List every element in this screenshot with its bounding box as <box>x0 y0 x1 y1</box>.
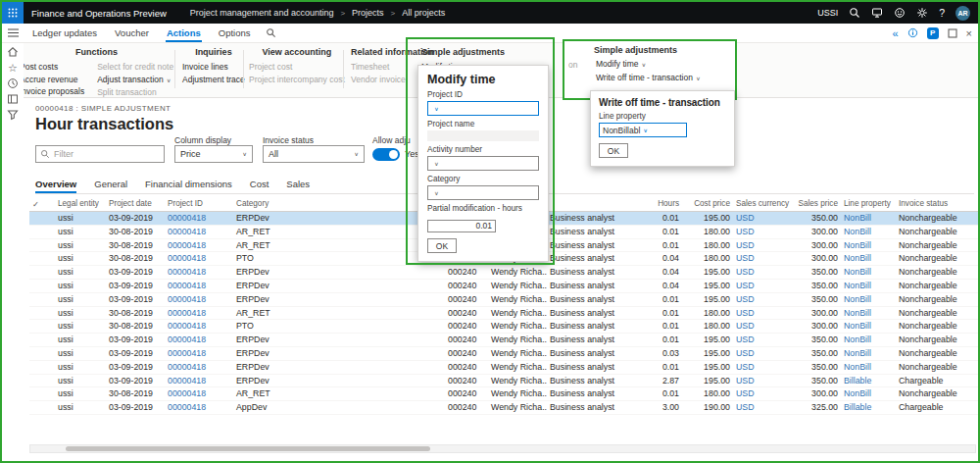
tab-actions[interactable]: Actions <box>166 24 202 42</box>
invoice-proposals-button[interactable]: Invoice proposals <box>20 85 84 98</box>
settings-gear-icon[interactable] <box>916 7 928 19</box>
cell-project-id[interactable]: 00000418 <box>165 401 233 414</box>
cell-sales-currency[interactable]: USD <box>733 252 792 265</box>
help-icon[interactable]: ? <box>939 7 945 19</box>
cell-project-id[interactable]: 00000418 <box>165 280 233 292</box>
activity-number-combo[interactable]: ∨ <box>427 156 539 171</box>
col-header-invoice-status[interactable]: Invoice status <box>896 199 980 208</box>
cell-line-property[interactable]: NonBill <box>841 280 896 292</box>
cell-sales-currency[interactable]: USD <box>733 293 792 306</box>
breadcrumb-item-all-projects[interactable]: All projects <box>402 8 445 18</box>
cell-project-id[interactable]: 00000418 <box>165 226 233 238</box>
cell-line-property[interactable]: NonBill <box>841 361 896 374</box>
table-row[interactable]: ussi03-09-201900000418ERPDev000240Wendy … <box>29 293 980 307</box>
cell-sales-currency[interactable]: USD <box>733 320 792 333</box>
allow-adjustments-toggle[interactable] <box>372 148 400 161</box>
table-row[interactable]: ussi03-09-201900000418ERPDev000240Wendy … <box>29 280 980 293</box>
col-header-sales-price[interactable]: Sales price <box>792 199 841 208</box>
col-header-project-id[interactable]: Project ID <box>165 199 233 208</box>
cell-line-property[interactable]: Billable <box>841 375 896 387</box>
col-header-legal-entity[interactable]: Legal entity <box>55 199 106 208</box>
cell-line-property[interactable]: NonBill <box>841 334 896 346</box>
table-row[interactable]: ussi03-09-201900000418ERPDev000240Wendy … <box>29 334 980 347</box>
cell-line-property[interactable]: NonBill <box>841 307 896 320</box>
project-id-combo[interactable]: ∨ <box>427 101 539 116</box>
tab-voucher[interactable]: Voucher <box>114 24 150 42</box>
cell-project-id[interactable]: 00000418 <box>165 239 233 252</box>
cell-line-property[interactable]: NonBill <box>841 266 896 279</box>
column-display-select[interactable]: Price∨ <box>174 145 253 163</box>
adjustment-trace-button[interactable]: Adjustment trace <box>182 74 245 86</box>
cell-project-id[interactable]: 00000418 <box>165 307 233 320</box>
recent-clock-icon[interactable] <box>7 77 19 89</box>
category-combo[interactable]: ∨ <box>427 185 539 200</box>
cell-project-id[interactable]: 00000418 <box>165 361 233 374</box>
feedback-smiley-icon[interactable] <box>894 7 906 19</box>
cell-line-property[interactable]: NonBill <box>841 387 896 400</box>
table-row[interactable]: ussi03-09-201900000418AppDev000240Wendy … <box>29 401 980 415</box>
breadcrumb-item-project-management-and-accounting[interactable]: Project management and accounting <box>190 8 334 18</box>
cell-project-id[interactable]: 00000418 <box>165 320 233 333</box>
action-search-icon[interactable] <box>266 27 276 38</box>
view-tab-overview[interactable]: Overview <box>35 179 76 193</box>
home-icon[interactable] <box>7 46 19 58</box>
horizontal-scrollbar[interactable] <box>29 444 976 453</box>
view-tab-cost[interactable]: Cost <box>250 179 270 193</box>
cell-line-property[interactable]: NonBill <box>841 320 896 333</box>
view-tab-financial-dimensions[interactable]: Financial dimensions <box>145 179 232 193</box>
view-tab-general[interactable]: General <box>94 179 127 193</box>
breadcrumb-item-projects[interactable]: Projects <box>352 8 384 18</box>
cell-sales-currency[interactable]: USD <box>733 212 792 225</box>
cell-project-id[interactable]: 00000418 <box>165 387 233 400</box>
adjust-transaction-button[interactable]: Adjust transaction∨ <box>97 74 173 87</box>
table-row[interactable]: ussi30-08-201900000418AR_RET000240Wendy … <box>29 307 980 321</box>
modify-time-menu-button[interactable]: Modify time∨ <box>596 59 646 69</box>
cell-sales-currency[interactable]: USD <box>733 226 792 238</box>
monitor-icon[interactable] <box>871 7 883 19</box>
maximize-icon[interactable] <box>948 28 957 38</box>
search-icon[interactable] <box>849 7 860 19</box>
cell-line-property[interactable]: NonBill <box>841 347 896 360</box>
cell-sales-currency[interactable]: USD <box>733 280 792 292</box>
cell-project-id[interactable]: 00000418 <box>165 334 233 346</box>
view-tab-sales[interactable]: Sales <box>286 179 310 193</box>
invoice-status-select[interactable]: All∨ <box>263 145 365 163</box>
ok-button[interactable]: OK <box>599 143 628 158</box>
cell-line-property[interactable]: NonBill <box>841 252 896 265</box>
col-header-sales-currency[interactable]: Sales currency <box>733 199 792 208</box>
collapse-icon[interactable]: « <box>892 27 898 39</box>
cell-line-property[interactable]: NonBill <box>841 239 896 252</box>
cell-project-id[interactable]: 00000418 <box>165 266 233 279</box>
apps-waffle-icon[interactable] <box>2 2 24 24</box>
table-row[interactable]: ussi03-09-201900000418ERPDev000240Wendy … <box>29 361 980 375</box>
cell-line-property[interactable]: NonBill <box>841 212 896 225</box>
accrue-revenue-button[interactable]: Accrue revenue <box>20 74 84 86</box>
tab-ledger-updates[interactable]: Ledger updates <box>31 24 98 42</box>
col-header-category[interactable]: Category <box>233 199 298 208</box>
cell-project-id[interactable]: 00000418 <box>165 252 233 265</box>
invoice-lines-button[interactable]: Invoice lines <box>182 61 245 74</box>
cell-project-id[interactable]: 00000418 <box>165 347 233 360</box>
cell-project-id[interactable]: 00000418 <box>165 293 233 306</box>
cell-project-id[interactable]: 00000418 <box>165 375 233 387</box>
cell-sales-currency[interactable]: USD <box>733 307 792 320</box>
write-off-time-menu-button[interactable]: Write off time - transaction∨ <box>596 73 701 82</box>
col-header-select[interactable]: ✓ <box>29 199 55 209</box>
cell-sales-currency[interactable]: USD <box>733 387 792 400</box>
cell-sales-currency[interactable]: USD <box>733 347 792 360</box>
table-row[interactable]: ussi30-08-201900000418AR_RET000240Wendy … <box>29 387 980 401</box>
partial-modification-input[interactable] <box>427 220 496 232</box>
cell-sales-currency[interactable]: USD <box>733 375 792 387</box>
cell-line-property[interactable]: NonBill <box>841 226 896 238</box>
info-circle-icon[interactable] <box>907 27 918 38</box>
table-row[interactable]: ussi30-08-201900000418PTO000240Wendy Ric… <box>29 320 980 334</box>
col-header-line-property[interactable]: Line property <box>841 199 896 208</box>
menu-hamburger-icon[interactable] <box>2 28 24 37</box>
cell-sales-currency[interactable]: USD <box>733 361 792 374</box>
line-property-combo[interactable]: NonBillabl∨ <box>599 123 687 137</box>
table-row[interactable]: ussi03-09-201900000418ERPDev000240Wendy … <box>29 375 980 388</box>
cell-project-id[interactable]: 00000418 <box>165 212 233 225</box>
cell-sales-currency[interactable]: USD <box>733 266 792 279</box>
filter-funnel-icon[interactable] <box>7 109 19 121</box>
col-header-project-date[interactable]: Project date <box>106 199 165 208</box>
